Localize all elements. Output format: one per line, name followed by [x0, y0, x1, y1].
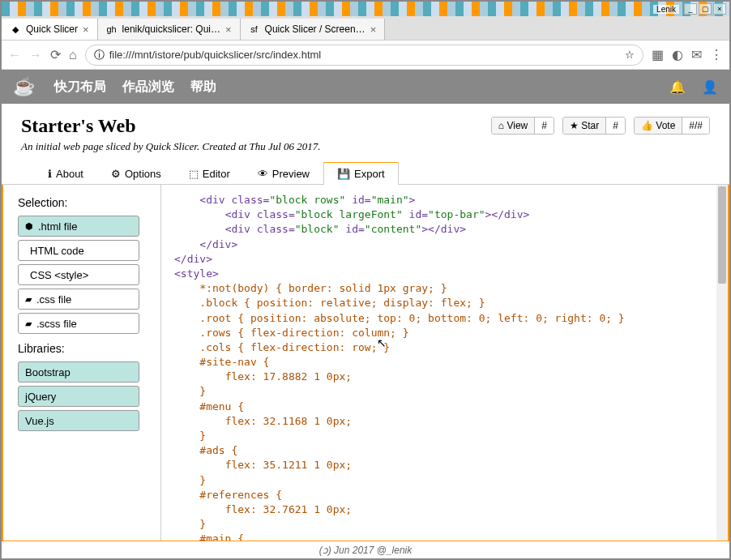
- tab-close-icon[interactable]: ×: [225, 24, 232, 36]
- code-line: }: [174, 384, 715, 399]
- selection-0[interactable]: ⬢.html file: [18, 216, 139, 237]
- globe-icon[interactable]: ◐: [672, 47, 683, 62]
- badge-star: ★ Star#: [562, 117, 626, 135]
- browser-tabstrip: ◆Quick Slicer×ghlenik/quickslicer: Qui…×…: [2, 16, 729, 41]
- format-label: .html file: [38, 220, 77, 233]
- mail-icon[interactable]: ✉: [691, 47, 702, 62]
- user-icon[interactable]: 👤: [702, 79, 718, 95]
- forward-icon[interactable]: →: [29, 48, 42, 62]
- window-min-button[interactable]: _: [684, 3, 697, 15]
- nav-link-1[interactable]: 作品浏览: [122, 79, 174, 96]
- tab-close-icon[interactable]: ×: [370, 24, 377, 36]
- menu-icon[interactable]: ⋮: [710, 47, 723, 62]
- tab-preview[interactable]: 👁Preview: [244, 162, 323, 185]
- code-line: .rows { flex-direction: column; }: [174, 326, 715, 340]
- selection-2[interactable]: CSS <style>: [18, 264, 139, 285]
- tab-export[interactable]: 💾Export: [323, 162, 399, 185]
- code-line: *:not(body) { border: solid 1px gray; }: [174, 281, 715, 296]
- badge-button[interactable]: ⌂ View: [492, 118, 535, 134]
- tab-icon: 💾: [337, 168, 350, 180]
- browser-tab-1[interactable]: ghlenik/quickslicer: Qui…×: [98, 19, 241, 40]
- reload-icon[interactable]: ⟳: [50, 47, 61, 62]
- window-max-button[interactable]: ▢: [699, 3, 712, 15]
- format-icon: ⬢: [25, 221, 33, 232]
- tab-editor[interactable]: ⬚Editor: [175, 162, 244, 185]
- code-line: #main {: [174, 532, 715, 541]
- code-pane[interactable]: <div class="block rows" id="main"> <div …: [161, 185, 728, 541]
- tab-about[interactable]: ℹAbout: [34, 162, 97, 185]
- scrollbar[interactable]: [716, 185, 728, 541]
- code-line: </div>: [174, 252, 715, 267]
- tab-icon: ⬚: [189, 168, 199, 180]
- browser-tab-0[interactable]: ◆Quick Slicer×: [2, 19, 98, 40]
- lib-vue.js[interactable]: Vue.js: [18, 410, 139, 431]
- tab-label: About: [56, 168, 83, 180]
- format-icon: ▰: [25, 318, 32, 329]
- tab-icon: ℹ: [48, 168, 52, 180]
- url-bar[interactable]: ⓘ file:///mnt/istore/pub/quickslicer/src…: [85, 45, 643, 66]
- browser-tab-2[interactable]: sfQuick Slicer / Screen…×: [241, 19, 386, 40]
- code-line: flex: 32.1168 1 0px;: [174, 414, 715, 429]
- footer: (ɔ) Jun 2017 @_lenik: [2, 541, 729, 558]
- code-line: <div class="block rows" id="main">: [174, 193, 715, 207]
- badge-view: ⌂ View#: [491, 117, 554, 135]
- code-line: <div class="block" id="content"></div>: [174, 222, 715, 237]
- tab-label: lenik/quickslicer: Qui…: [122, 24, 220, 35]
- page-header: Starter's Web An initial web page sliced…: [2, 104, 729, 161]
- format-icon: ▰: [25, 294, 32, 305]
- code-line: }: [174, 429, 715, 443]
- code-line: .cols { flex-direction: row; }: [174, 340, 715, 355]
- tab-options[interactable]: ⚙Options: [97, 162, 175, 185]
- code-line: #menu {: [174, 400, 715, 414]
- format-label: HTML code: [30, 245, 84, 257]
- home-icon[interactable]: ⌂: [69, 48, 77, 62]
- lib-jquery[interactable]: jQuery: [18, 386, 139, 407]
- star-icon[interactable]: ☆: [625, 49, 635, 61]
- lib-bootstrap[interactable]: Bootstrap: [18, 361, 139, 383]
- url-text: file:///mnt/istore/pub/quickslicer/src/i…: [109, 49, 620, 61]
- badge-row: ⌂ View#★ Star#👍 Vote#/#: [491, 117, 710, 135]
- bell-icon[interactable]: 🔔: [669, 79, 686, 95]
- code-line: flex: 32.7621 1 0px;: [174, 502, 715, 517]
- selection-1[interactable]: HTML code: [18, 240, 139, 261]
- tab-icon: 👁: [258, 168, 268, 180]
- code-line: .block { position: relative; display: fl…: [174, 296, 715, 310]
- nav-link-2[interactable]: 帮助: [190, 79, 216, 96]
- info-icon[interactable]: ⓘ: [94, 48, 105, 62]
- tab-label: Quick Slicer / Screen…: [265, 24, 366, 35]
- format-label: .scss file: [36, 318, 77, 330]
- format-label: CSS <style>: [30, 269, 88, 281]
- tab-favicon: gh: [106, 24, 118, 35]
- code-line: }: [174, 473, 715, 488]
- qr-icon[interactable]: ▦: [652, 47, 664, 62]
- tab-label: Editor: [203, 168, 230, 180]
- tab-favicon: sf: [249, 24, 260, 35]
- window-close-button[interactable]: ×: [713, 3, 726, 15]
- badge-count: #: [535, 118, 554, 134]
- badge-count: #: [606, 118, 625, 134]
- badge-button[interactable]: 👍 Vote: [635, 118, 682, 134]
- os-titlebar: Lenik _ ▢ ×: [2, 2, 729, 16]
- page-title: Starter's Web: [21, 115, 321, 137]
- selection-3[interactable]: ▰.css file: [18, 289, 139, 310]
- app-navbar: ☕ 快刀布局 作品浏览 帮助 🔔 👤: [2, 70, 729, 104]
- badge-vote: 👍 Vote#/#: [634, 117, 710, 135]
- badge-button[interactable]: ★ Star: [563, 118, 606, 134]
- code-line: #site-nav {: [174, 355, 715, 370]
- code-line: <style>: [174, 267, 715, 281]
- code-line: <div class="block largeFont" id="top-bar…: [174, 207, 715, 222]
- code-line: flex: 17.8882 1 0px;: [174, 370, 715, 384]
- titlebar-user: Lenik: [653, 5, 679, 14]
- selection-4[interactable]: ▰.scss file: [18, 313, 139, 334]
- back-icon[interactable]: ←: [8, 48, 21, 62]
- nav-link-0[interactable]: 快刀布局: [54, 79, 106, 96]
- libraries-head: Libraries:: [18, 342, 146, 355]
- code-line: }: [174, 517, 715, 532]
- tab-close-icon[interactable]: ×: [83, 24, 89, 36]
- sidebar: Selection: ⬢.html fileHTML codeCSS <styl…: [3, 185, 161, 541]
- tab-icon: ⚙: [111, 168, 121, 180]
- badge-count: #/#: [682, 118, 709, 134]
- scroll-thumb[interactable]: [718, 186, 726, 284]
- logo-icon[interactable]: ☕: [13, 76, 35, 97]
- page-subtitle: An initial web page sliced by Quick Slic…: [21, 140, 321, 153]
